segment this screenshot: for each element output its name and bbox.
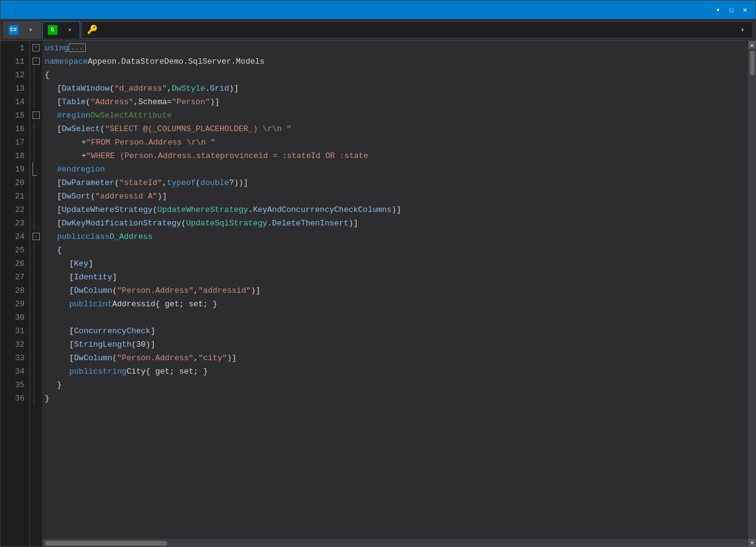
code-line: [DwColumn("Person.Address", "city")] <box>42 351 748 364</box>
gutter-item[interactable] <box>32 162 37 176</box>
line-number: 30 <box>1 311 29 324</box>
title-controls: ▾ ☐ ✕ <box>713 4 750 15</box>
tab-namespace-dropdown[interactable]: ▾ <box>26 25 36 35</box>
code-line: [DwSort("addressid A")] <box>42 189 748 203</box>
gutter-item <box>34 95 34 108</box>
vertical-scrollbar[interactable]: ▲ ▼ <box>748 41 755 546</box>
collapse-button[interactable]: - <box>32 58 40 65</box>
line-number: 32 <box>1 338 29 351</box>
gutter-item[interactable]: - <box>30 108 42 122</box>
line-number: 19 <box>1 162 29 176</box>
gutter-item[interactable]: + <box>30 41 42 55</box>
tab-namespace[interactable]: C# ▾ <box>3 21 41 39</box>
line-number: 18 <box>1 149 29 162</box>
close-button[interactable]: ✕ <box>739 4 750 15</box>
collapse-button[interactable]: - <box>32 233 40 240</box>
line-number: 26 <box>1 257 29 270</box>
line-number: 1 <box>1 41 29 55</box>
code-line: [DwSelect("SELECT @(_COLUMNS_PLACEHOLDER… <box>42 122 748 135</box>
scrollbar-thumb-h[interactable] <box>45 541 167 546</box>
tab-class-dropdown[interactable]: ▾ <box>65 25 75 35</box>
code-line: [DataWindow("d_address", DwStyle.Grid)] <box>42 81 748 95</box>
csharp-icon: C# <box>9 25 18 35</box>
gutter-item <box>34 284 34 297</box>
gutter-item[interactable]: - <box>30 55 42 68</box>
line-number: 27 <box>1 270 29 284</box>
line-number: 13 <box>1 81 29 95</box>
gutter-item <box>34 270 34 284</box>
code-line: [DwColumn("Person.Address", "addressid")… <box>42 284 748 297</box>
line-number: 17 <box>1 135 29 149</box>
gutter-item <box>34 257 34 270</box>
gutter-item <box>34 149 34 162</box>
gutter-item <box>34 338 34 351</box>
code-line: #endregion <box>42 162 748 176</box>
line-number: 16 <box>1 122 29 135</box>
scrollbar-down-btn[interactable]: ▼ <box>749 539 756 546</box>
line-number: 31 <box>1 324 29 338</box>
maximize-button[interactable]: ☐ <box>726 4 737 15</box>
code-line: using ... <box>42 41 748 55</box>
code-line: #region DwSelectAttribute <box>42 108 748 122</box>
gutter-item <box>34 391 34 405</box>
code-editor[interactable]: using ...namespace Appeon.DataStoreDemo.… <box>42 41 748 539</box>
method-icon: 🔑 <box>87 25 97 35</box>
scrollbar-up-btn[interactable]: ▲ <box>749 41 756 48</box>
code-line: [Table("Address", Schema = "Person")] <box>42 95 748 108</box>
gutter-item[interactable]: - <box>30 230 42 243</box>
code-line <box>42 311 748 324</box>
line-numbers-panel: 1111213141516171819202122232425262728293… <box>1 41 30 546</box>
line-number: 12 <box>1 68 29 81</box>
code-line: [UpdateWhereStrategy(UpdateWhereStrategy… <box>42 203 748 216</box>
gutter-item <box>34 176 34 189</box>
tab-class[interactable]: C ▾ <box>42 21 80 39</box>
code-line: public string City { get; set; } <box>42 364 748 378</box>
line-number: 11 <box>1 55 29 68</box>
gutter-item <box>34 351 34 364</box>
line-number: 21 <box>1 189 29 203</box>
code-line: namespace Appeon.DataStoreDemo.SqlServer… <box>42 55 748 68</box>
gutter-item <box>34 378 34 391</box>
line-number: 35 <box>1 378 29 391</box>
minimize-button[interactable]: ▾ <box>713 4 724 15</box>
gutter-item <box>34 324 34 338</box>
gutter-item <box>34 68 34 81</box>
gutter-item <box>34 203 34 216</box>
line-number: 28 <box>1 284 29 297</box>
horizontal-scrollbar[interactable] <box>42 539 748 546</box>
code-line: +"WHERE (Person.Address.stateprovinceid … <box>42 149 748 162</box>
line-number: 15 <box>1 108 29 122</box>
method-dropdown[interactable]: ▾ <box>738 25 747 35</box>
line-number: 29 <box>1 297 29 311</box>
gutter-panel: +--- <box>30 41 42 546</box>
editor-toolbar: C# ▾ C ▾ 🔑 ▾ <box>1 19 755 41</box>
collapse-button[interactable]: - <box>32 111 40 119</box>
line-number: 25 <box>1 243 29 257</box>
line-number: 23 <box>1 216 29 230</box>
class-icon: C <box>48 25 58 35</box>
editor-main: 1111213141516171819202122232425262728293… <box>1 41 755 546</box>
code-line: [ConcurrencyCheck] <box>42 324 748 338</box>
code-line: } <box>42 391 748 405</box>
main-window: ▾ ☐ ✕ C# ▾ C ▾ 🔑 ▾ 111121314151617181920… <box>0 0 756 547</box>
line-number: 24 <box>1 230 29 243</box>
gutter-item <box>34 216 34 230</box>
line-number: 36 <box>1 391 29 405</box>
method-selector[interactable]: 🔑 ▾ <box>81 21 753 39</box>
code-line: +"FROM Person.Address \r\n " <box>42 135 748 149</box>
code-line: { <box>42 68 748 81</box>
expand-button[interactable]: + <box>32 44 40 51</box>
code-line: [StringLength(30)] <box>42 338 748 351</box>
scrollbar-thumb-v[interactable] <box>750 51 755 75</box>
gutter-item <box>34 311 34 324</box>
line-number: 22 <box>1 203 29 216</box>
code-line: [Key] <box>42 257 748 270</box>
code-line: [DwParameter("stateId", typeof(double?))… <box>42 176 748 189</box>
line-number: 33 <box>1 351 29 364</box>
gutter-item <box>34 297 34 311</box>
code-line: [Identity] <box>42 270 748 284</box>
line-number: 34 <box>1 364 29 378</box>
editor-scroll-area: using ...namespace Appeon.DataStoreDemo.… <box>42 41 748 546</box>
gutter-item <box>34 81 34 95</box>
gutter-item <box>34 122 34 135</box>
